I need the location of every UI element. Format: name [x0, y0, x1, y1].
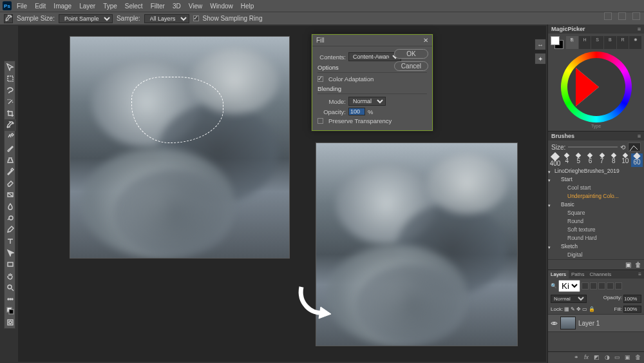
delete-layer-icon[interactable]: 🗑 — [634, 354, 641, 361]
menu-edit[interactable]: Edit — [32, 2, 48, 10]
tool-path-select[interactable] — [5, 247, 16, 259]
fgbg-swatch[interactable] — [551, 36, 564, 49]
mask-icon[interactable]: ◩ — [593, 354, 600, 361]
brush-preset[interactable]: 5 — [573, 153, 584, 167]
tool-wand[interactable] — [5, 96, 16, 108]
brush-group[interactable]: LinoDriegheBrushes_2019 — [548, 167, 644, 175]
brush-flip-icon[interactable]: ⟲ — [620, 144, 625, 151]
layer-row[interactable]: Layer 1 — [548, 314, 644, 332]
tool-crop[interactable] — [5, 108, 16, 119]
brush-item[interactable]: Round — [548, 217, 644, 226]
layer-thumbnail[interactable] — [560, 317, 576, 329]
layer-name[interactable]: Layer 1 — [578, 320, 600, 327]
menu-help[interactable]: Help — [238, 2, 257, 10]
menu-filter[interactable]: Filter — [148, 2, 167, 10]
tool-eyedropper[interactable] — [5, 119, 16, 131]
tool-more[interactable] — [5, 293, 16, 305]
brush-preset[interactable]: 10 — [620, 153, 631, 167]
tool-eraser[interactable] — [5, 177, 16, 189]
visibility-eye-icon[interactable] — [551, 320, 558, 327]
tool-zoom[interactable] — [5, 282, 16, 293]
cancel-button[interactable]: Cancel — [394, 61, 428, 71]
menu-type[interactable]: Type — [100, 2, 120, 10]
search-ps-icon[interactable] — [618, 12, 626, 20]
tool-pen[interactable] — [5, 224, 16, 235]
brush-item[interactable]: Round Hard — [548, 234, 644, 242]
opacity-input[interactable] — [348, 108, 365, 115]
brush-item[interactable]: Square — [548, 209, 644, 217]
lock-artboard-icon[interactable]: ▭ — [582, 306, 587, 312]
mode-extra-icon[interactable]: ✹ — [629, 36, 641, 49]
brush-preset[interactable]: 400 — [549, 153, 561, 167]
show-sampling-ring-checkbox[interactable] — [193, 15, 199, 21]
color-wheel[interactable] — [561, 52, 632, 123]
layer-opacity-input[interactable] — [623, 295, 641, 303]
mode-link-icon[interactable]: ⎘ — [566, 36, 578, 49]
tool-fgbg[interactable] — [5, 305, 16, 317]
mode-r[interactable]: R — [617, 36, 629, 49]
lock-trans-icon[interactable]: ▦ — [564, 306, 569, 312]
brush-size-slider[interactable] — [568, 146, 618, 148]
mode-b[interactable]: B — [604, 36, 616, 49]
brush-preset[interactable]: 6 — [584, 153, 596, 167]
canvas-area[interactable] — [18, 26, 546, 362]
menu-select[interactable]: Select — [122, 2, 146, 10]
brush-preset[interactable]: 8 — [608, 153, 620, 167]
panel-menu-icon[interactable]: ≡ — [638, 26, 641, 32]
panel-menu-icon[interactable]: ≡ — [638, 133, 641, 139]
lock-all-icon[interactable]: 🔒 — [589, 306, 595, 312]
new-layer-icon[interactable]: ▣ — [624, 354, 631, 361]
brush-item[interactable]: Underpainting Colo... — [548, 192, 644, 201]
brush-preset[interactable]: 4 — [561, 153, 573, 167]
tool-stamp[interactable] — [5, 154, 16, 166]
contents-select[interactable]: Content-Aware — [348, 52, 401, 61]
tab-channels[interactable]: Channels — [587, 270, 614, 279]
layer-filter-kind[interactable]: Kind — [558, 280, 580, 292]
link-layers-icon[interactable]: ⚭ — [573, 354, 580, 361]
filter-adjust-icon[interactable] — [590, 282, 597, 289]
tool-move[interactable] — [5, 61, 16, 73]
close-icon[interactable]: ✕ — [423, 37, 428, 44]
magicpicker-title[interactable]: MagicPicker — [551, 26, 585, 32]
fx-icon[interactable]: fx — [583, 354, 590, 361]
panel-menu-icon[interactable]: ≡ — [636, 270, 644, 279]
mode-h[interactable]: H — [579, 36, 591, 49]
brush-group[interactable]: Basic — [548, 201, 644, 209]
tab-layers[interactable]: Layers — [548, 270, 569, 279]
tool-dodge[interactable] — [5, 212, 16, 224]
brush-group[interactable]: Start — [548, 175, 644, 184]
brush-preset[interactable]: 60 — [631, 153, 643, 167]
delete-brush-icon[interactable]: 🗑 — [635, 261, 641, 268]
menu-layer[interactable]: Layer — [77, 2, 98, 10]
sample-size-select[interactable]: Point Sample — [59, 14, 113, 23]
color-adaptation-checkbox[interactable] — [317, 76, 323, 82]
mode-select[interactable]: Normal — [348, 97, 386, 106]
menu-image[interactable]: Image — [51, 2, 74, 10]
tool-gradient[interactable] — [5, 189, 16, 201]
filter-type-icon[interactable] — [598, 282, 605, 289]
blend-mode-select[interactable]: Normal — [551, 295, 587, 303]
new-brush-icon[interactable]: ▣ — [625, 261, 631, 268]
preserve-transparency-checkbox[interactable] — [317, 118, 323, 124]
tool-hand[interactable] — [5, 270, 16, 282]
filter-pixel-icon[interactable] — [582, 282, 589, 289]
brushes-title[interactable]: Brushes — [551, 133, 574, 139]
brush-group[interactable]: Sketch — [548, 242, 644, 251]
adjustment-icon[interactable]: ◑ — [603, 354, 611, 361]
tool-lasso[interactable] — [5, 84, 16, 96]
tool-blur[interactable] — [5, 201, 16, 212]
menu-3d[interactable]: 3D — [170, 2, 184, 10]
menu-view[interactable]: View — [186, 2, 205, 10]
sample-select[interactable]: All Layers — [144, 14, 189, 23]
panel-toggle-b[interactable]: ✦ — [535, 53, 546, 64]
tab-paths[interactable]: Paths — [569, 270, 587, 279]
brush-item[interactable]: Cool start — [548, 184, 644, 192]
current-tool-icon[interactable] — [4, 14, 13, 23]
tool-history-brush[interactable] — [5, 166, 16, 177]
filter-shape-icon[interactable] — [607, 282, 614, 289]
share-icon[interactable] — [632, 12, 640, 20]
tool-shape[interactable] — [5, 259, 16, 270]
tool-heal[interactable] — [5, 131, 16, 142]
filter-smart-icon[interactable] — [615, 282, 622, 289]
layer-fill-input[interactable] — [623, 306, 641, 313]
